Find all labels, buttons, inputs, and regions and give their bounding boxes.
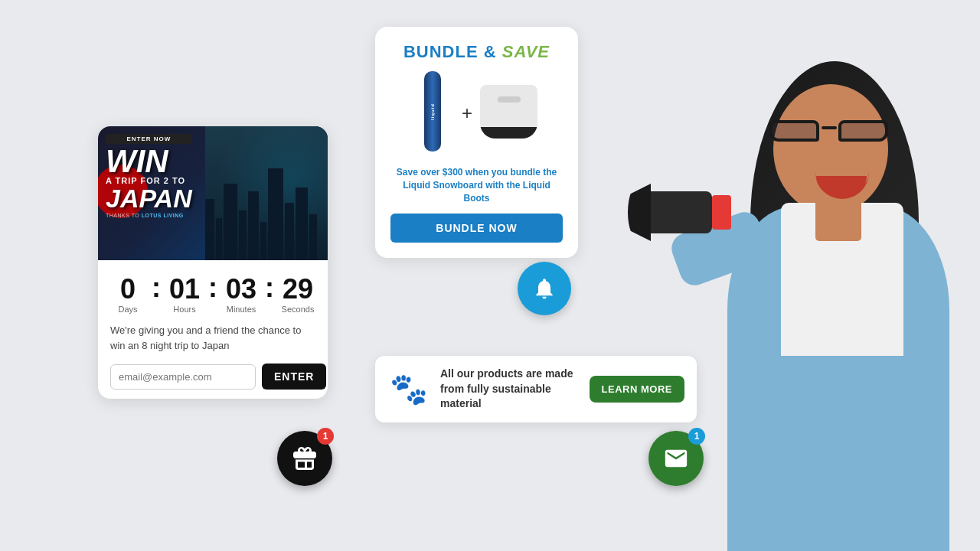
japan-card-image: ENTER NOW WIN A TRIP FOR 2 TO JAPAN THAN… (98, 126, 328, 260)
days-label: Days (118, 305, 137, 314)
bundle-save-card: BUNDLE & SAVE liquid + Save over $300 wh… (375, 27, 578, 258)
building (268, 168, 283, 260)
japan-contest-card: ENTER NOW WIN A TRIP FOR 2 TO JAPAN THAN… (98, 126, 328, 399)
building (224, 184, 237, 260)
glasses-left (769, 120, 819, 142)
snowboard-body: liquid (424, 71, 441, 152)
boot-shape (480, 85, 537, 139)
save-word: SAVE (502, 42, 550, 61)
thanks-lotus-text: THANKS TO LOTUS LIVING (106, 213, 192, 218)
bundle-description: Save over $300 when you bundle the Liqui… (390, 166, 563, 204)
gift-icon (291, 445, 318, 472)
bell-notification-button[interactable] (518, 262, 571, 315)
countdown-row: 0 Days : 01 Hours : 03 Minutes : 29 Seco… (110, 274, 315, 315)
building (248, 191, 259, 260)
minutes-label: Minutes (227, 305, 256, 314)
megaphone-body (643, 191, 712, 233)
hours-counter: 01 Hours (164, 276, 205, 314)
buildings-layer (205, 168, 328, 260)
building (239, 210, 247, 260)
woman-megaphone-illustration (597, 0, 980, 551)
promo-description: We're giving you and a friend the chance… (110, 323, 315, 353)
building (260, 222, 266, 260)
building (285, 203, 294, 260)
boot-product (480, 85, 541, 142)
hours-label: Hours (173, 305, 195, 314)
neck-shape (815, 195, 861, 241)
glasses-bridge (822, 126, 837, 129)
seconds-counter: 29 Seconds (277, 276, 318, 314)
bundle-now-button[interactable]: BUNDLE NOW (390, 214, 563, 243)
separator-2: : (208, 274, 217, 302)
minutes-counter: 03 Minutes (220, 276, 262, 314)
sustainable-text: All our products are made from fully sus… (440, 367, 579, 412)
megaphone-stripe (712, 195, 731, 230)
bundle-title: BUNDLE & SAVE (390, 42, 563, 62)
bundle-word: BUNDLE & (403, 42, 497, 61)
gift-badge: 1 (317, 428, 334, 445)
glasses-shape (766, 119, 892, 145)
enter-button[interactable]: ENTER (262, 364, 326, 390)
glasses-right (838, 120, 888, 142)
japan-text: JAPAN (106, 185, 192, 211)
lotus-living-text: LOTUS LIVING (142, 213, 184, 218)
city-background (205, 126, 328, 260)
plus-sign: + (462, 103, 472, 124)
thanks-text: THANKS TO (106, 213, 139, 218)
email-entry-row: ENTER (110, 364, 315, 390)
boot-upper (480, 85, 537, 127)
countdown-section: 0 Days : 01 Hours : 03 Minutes : 29 Seco… (98, 260, 328, 399)
win-text-overlay: ENTER NOW WIN A TRIP FOR 2 TO JAPAN THAN… (106, 134, 192, 218)
building (216, 218, 222, 260)
days-value: 0 (120, 276, 136, 303)
building (309, 214, 317, 260)
separator-3: : (265, 274, 274, 302)
megaphone (628, 176, 735, 253)
boot-buckle (498, 96, 521, 103)
boot-sole (480, 127, 537, 139)
building (205, 199, 214, 260)
building (296, 187, 308, 260)
hours-value: 01 (169, 276, 200, 303)
seconds-label: Seconds (282, 305, 315, 314)
separator-1: : (152, 274, 161, 302)
snowboard-product: liquid (412, 71, 454, 155)
gift-button[interactable]: 1 (277, 431, 332, 486)
win-heading: WIN (106, 147, 192, 176)
bundle-products: liquid + (390, 71, 563, 155)
footprint-icon: 🐾 (387, 368, 430, 410)
snowboard-logo: liquid (430, 103, 435, 120)
days-counter: 0 Days (107, 276, 149, 314)
email-input[interactable] (110, 364, 256, 390)
minutes-value: 03 (226, 276, 256, 303)
megaphone-cone (628, 184, 651, 241)
bell-icon (532, 276, 557, 301)
seconds-value: 29 (283, 276, 313, 303)
